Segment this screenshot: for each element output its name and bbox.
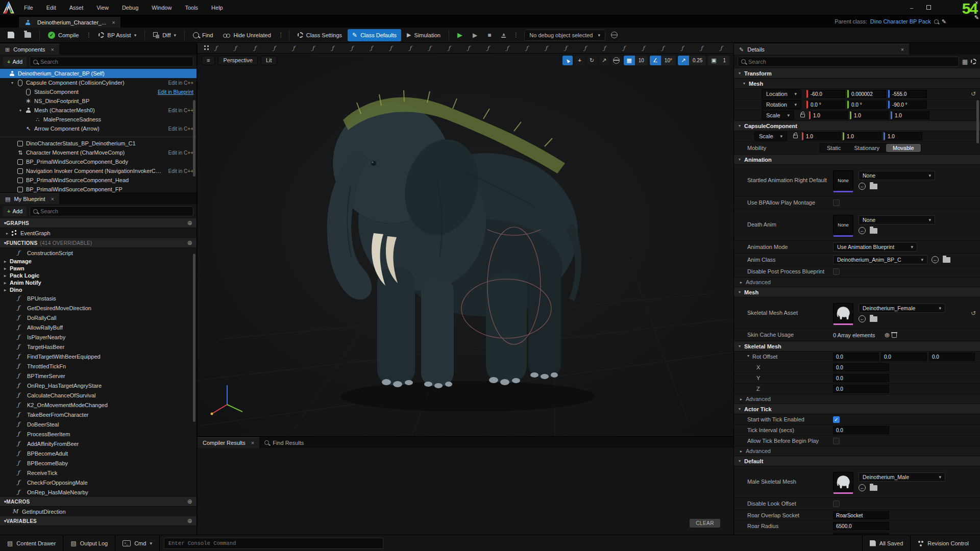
component-row[interactable]: BP_PrimalWindSourceComponent_FP <box>0 185 197 192</box>
function-row[interactable]: ▸ ƒ ThrottledTickFn <box>0 361 197 371</box>
viewport[interactable]: ƒƒƒƒƒƒƒƒƒƒƒƒƒƒƒƒƒƒƒƒƒƒƒƒƒƒƒ <box>198 43 733 436</box>
function-row[interactable]: ▸ ƒ Pack Logic <box>0 272 197 279</box>
startled-anim-thumbnail[interactable]: None <box>833 170 853 191</box>
capsule-scale-dropdown[interactable]: Scale ▾ <box>754 132 787 141</box>
function-row[interactable]: ▸ ƒ OnRep_HasTargetAngryStare <box>0 381 197 390</box>
use-bpallow-checkbox[interactable] <box>833 199 840 206</box>
close-icon[interactable]: × <box>975 1 978 6</box>
edit-source-link[interactable]: Edit in C++ <box>164 80 193 86</box>
function-row[interactable]: ▸ ƒ CheckForOpposingMale <box>0 478 197 487</box>
function-row[interactable]: ▸ ƒ TakeBeerFromCharacter <box>0 410 197 419</box>
display-options-icon[interactable]: ▦ <box>962 58 968 65</box>
menu-asset[interactable]: Asset <box>63 0 90 15</box>
class-defaults-button[interactable]: ✎ Class Defaults <box>348 29 401 41</box>
edit-source-link[interactable]: Edit in C++ <box>164 150 193 156</box>
function-bookmark-icon[interactable]: ƒ <box>526 45 528 52</box>
rotation-x-field[interactable]: 0.0 ° <box>806 101 845 109</box>
start-tick-checkbox[interactable]: ✓ <box>833 416 840 423</box>
grid-dots-icon[interactable] <box>204 45 210 51</box>
camera-speed-control[interactable]: ▣ 1 <box>708 56 729 65</box>
component-row[interactable]: NS_DinoFootprint_BP <box>0 96 197 106</box>
3d-scene[interactable] <box>198 54 733 436</box>
menu-help[interactable]: Help <box>205 0 230 15</box>
component-row[interactable]: ▾ Capsule Component (CollisionCylinder) … <box>0 78 197 87</box>
angle-snap-icon[interactable]: ∠ <box>650 56 661 65</box>
default-section-header[interactable]: ▾ Default <box>734 456 980 466</box>
play-options-icon[interactable]: ⋮ <box>511 32 520 38</box>
find-results-tab[interactable]: Find Results <box>259 437 309 448</box>
function-row[interactable]: ▸ ƒ GetDesiredMoveDirection <box>0 303 197 313</box>
compile-button[interactable]: ✓ Compile <box>43 29 83 41</box>
axis-y-field[interactable]: 0.0 <box>833 374 889 382</box>
debug-object-select[interactable]: No debug object selected ▾ <box>524 30 605 41</box>
function-bookmark-icon[interactable]: ƒ <box>701 45 703 52</box>
function-row[interactable]: ▸ ƒ ReceiveTick <box>0 468 197 478</box>
menu-tools[interactable]: Tools <box>178 0 205 15</box>
expand-arrow-icon[interactable]: ▾ <box>11 81 16 85</box>
animation-advanced-row[interactable]: ▸ Advanced <box>734 278 980 287</box>
expand-arrow-icon[interactable]: ▸ <box>6 231 11 236</box>
function-row[interactable]: ▸ ƒ BPUnstasis <box>0 293 197 303</box>
roar-radius-field[interactable]: 6500.0 <box>833 522 889 530</box>
details-tab[interactable]: ✎ Details × <box>734 44 909 55</box>
cmd-button[interactable]: >_ Cmd ▾ <box>115 535 160 551</box>
function-bookmark-icon[interactable]: ƒ <box>584 45 586 52</box>
function-row[interactable]: ▸ ƒ BPBecomeBaby <box>0 458 197 468</box>
capsule-scale-y-field[interactable]: 1.0 <box>843 132 881 140</box>
select-tool-button[interactable]: ▲ <box>562 56 573 65</box>
restore-button[interactable] <box>926 5 931 10</box>
function-row[interactable]: ▸ ƒ K2_OnMovementModeChanged <box>0 400 197 410</box>
output-log-button[interactable]: ▤ Output Log <box>63 535 115 551</box>
expand-arrow-icon[interactable]: ▸ <box>4 259 10 264</box>
pencil-icon[interactable]: ✎ <box>942 18 946 25</box>
function-bookmark-icon[interactable]: ƒ <box>623 45 625 52</box>
function-bookmark-icon[interactable]: ƒ <box>545 45 547 52</box>
rotation-z-field[interactable]: -90.0 ° <box>888 101 927 109</box>
function-bookmark-icon[interactable]: ƒ <box>254 45 256 52</box>
function-bookmark-icon[interactable]: ƒ <box>487 45 489 52</box>
function-row[interactable]: ▸ ƒ Pawn <box>0 265 197 272</box>
function-row[interactable]: ▸ ƒ TargetHasBeer <box>0 342 197 352</box>
move-tool-button[interactable]: + <box>575 56 585 65</box>
clear-button[interactable]: CLEAR <box>690 519 720 528</box>
function-bookmark-icon[interactable]: ƒ <box>468 45 470 52</box>
console-command-input[interactable] <box>168 540 379 546</box>
hide-unrelated-options-icon[interactable]: ⋮ <box>277 32 285 38</box>
function-bookmark-icon[interactable]: ƒ <box>681 45 683 52</box>
function-row[interactable]: ▸ ƒ FindTargetWithBeerEquipped <box>0 352 197 361</box>
browse-to-asset-button[interactable] <box>20 29 36 41</box>
death-anim-select[interactable]: None ▾ <box>859 215 935 224</box>
play-button[interactable]: ▶ <box>453 29 467 41</box>
add-component-button[interactable]: + Add <box>3 57 27 67</box>
function-row[interactable]: ▸ ƒ AddAffinityFromBeer <box>0 439 197 448</box>
simulation-button[interactable]: ▶ Simulation <box>402 29 445 41</box>
function-bookmark-icon[interactable]: ƒ <box>234 45 236 52</box>
debug-world-button[interactable] <box>606 29 622 41</box>
use-selected-asset-icon[interactable]: ← <box>859 315 866 322</box>
function-bookmark-icon[interactable]: ƒ <box>292 45 295 52</box>
male-skeletal-mesh-select[interactable]: Deinotherium_Male ▾ <box>859 472 945 482</box>
components-tab[interactable]: ⊞ Components × <box>0 44 59 55</box>
function-bookmark-icon[interactable]: ƒ <box>409 45 411 52</box>
details-search-input[interactable] <box>748 59 955 65</box>
component-row[interactable]: BP_PrimalWindSourceComponent_Body <box>0 157 197 166</box>
my-blueprint-scrollbar[interactable] <box>193 254 195 422</box>
use-selected-asset-icon[interactable]: ← <box>932 256 939 263</box>
location-z-field[interactable]: -555.0 <box>888 90 927 98</box>
edit-source-link[interactable]: Edit in Blueprint <box>154 89 193 95</box>
camera-speed-value[interactable]: 1 <box>719 56 729 65</box>
function-bookmark-icon[interactable]: ƒ <box>390 45 392 52</box>
mesh-section-header[interactable]: ▾ Mesh <box>734 287 980 297</box>
startled-anim-select[interactable]: None ▾ <box>859 171 935 180</box>
component-row[interactable]: BP_PrimalWindSourceComponent_Head <box>0 176 197 185</box>
bp-assist-button[interactable]: BP Assist ▾ <box>94 29 141 41</box>
minimize-button[interactable]: – <box>910 5 913 11</box>
components-search[interactable] <box>30 57 193 67</box>
rotate-tool-button[interactable]: ↻ <box>587 56 597 65</box>
function-bookmark-icon[interactable]: ƒ <box>351 45 353 52</box>
function-bookmark-icon[interactable]: ƒ <box>603 45 605 52</box>
scale-x-field[interactable]: 1.0 <box>809 111 848 119</box>
male-skeletal-mesh-thumbnail[interactable] <box>833 472 853 492</box>
component-row[interactable]: StasisComponent Edit in Blueprint <box>0 87 197 96</box>
expand-arrow-icon[interactable]: ▸ <box>4 281 10 285</box>
